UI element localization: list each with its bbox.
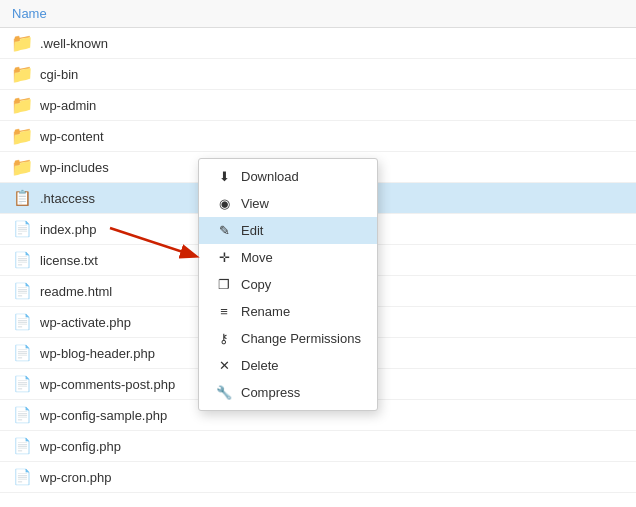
copy-icon: ❐: [215, 277, 233, 292]
table-header: Name: [0, 0, 636, 28]
file-name: wp-content: [40, 129, 104, 144]
menu-label: Compress: [241, 385, 300, 400]
file-name: wp-activate.php: [40, 315, 131, 330]
file-name: wp-config.php: [40, 439, 121, 454]
name-column-header[interactable]: Name: [12, 6, 47, 21]
file-row-wp-content[interactable]: 📁wp-content: [0, 121, 636, 152]
folder-icon: 📁: [12, 64, 32, 84]
file-manager: Name 📁.well-known📁cgi-bin📁wp-admin📁wp-co…: [0, 0, 636, 507]
file-name: wp-blog-header.php: [40, 346, 155, 361]
menu-label: View: [241, 196, 269, 211]
menu-item-edit[interactable]: ✎Edit: [199, 217, 377, 244]
file-icon: 📄: [12, 467, 32, 487]
menu-item-copy[interactable]: ❐Copy: [199, 271, 377, 298]
file-icon: 📄: [12, 219, 32, 239]
file-row-wp-config[interactable]: 📄wp-config.php: [0, 431, 636, 462]
file-name: wp-includes: [40, 160, 109, 175]
delete-icon: ✕: [215, 358, 233, 373]
menu-item-change-permissions[interactable]: ⚷Change Permissions: [199, 325, 377, 352]
file-icon: 📄: [12, 374, 32, 394]
menu-label: Edit: [241, 223, 263, 238]
file-icon: 📄: [12, 436, 32, 456]
download-icon: ⬇: [215, 169, 233, 184]
compress-icon: 🔧: [215, 385, 233, 400]
file-name: wp-admin: [40, 98, 96, 113]
file-name: cgi-bin: [40, 67, 78, 82]
menu-item-download[interactable]: ⬇Download: [199, 163, 377, 190]
menu-label: Delete: [241, 358, 279, 373]
menu-label: Change Permissions: [241, 331, 361, 346]
folder-icon: 📁: [12, 33, 32, 53]
file-name: .htaccess: [40, 191, 95, 206]
file-name: readme.html: [40, 284, 112, 299]
file-name: index.php: [40, 222, 96, 237]
file-icon: 📋: [12, 188, 32, 208]
file-icon: 📄: [12, 281, 32, 301]
edit-icon: ✎: [215, 223, 233, 238]
menu-label: Rename: [241, 304, 290, 319]
file-name: .well-known: [40, 36, 108, 51]
file-icon: 📄: [12, 250, 32, 270]
file-row-wp-admin[interactable]: 📁wp-admin: [0, 90, 636, 121]
file-name: license.txt: [40, 253, 98, 268]
file-icon: 📄: [12, 405, 32, 425]
file-row-cgi-bin[interactable]: 📁cgi-bin: [0, 59, 636, 90]
change-permissions-icon: ⚷: [215, 331, 233, 346]
file-row-wp-cron[interactable]: 📄wp-cron.php: [0, 462, 636, 493]
file-name: wp-cron.php: [40, 470, 112, 485]
file-name: wp-comments-post.php: [40, 377, 175, 392]
menu-label: Copy: [241, 277, 271, 292]
move-icon: ✛: [215, 250, 233, 265]
menu-item-view[interactable]: ◉View: [199, 190, 377, 217]
menu-label: Download: [241, 169, 299, 184]
file-row-well-known[interactable]: 📁.well-known: [0, 28, 636, 59]
file-name: wp-config-sample.php: [40, 408, 167, 423]
file-icon: 📄: [12, 343, 32, 363]
context-menu: ⬇Download◉View✎Edit✛Move❐Copy≡Rename⚷Cha…: [198, 158, 378, 411]
menu-item-delete[interactable]: ✕Delete: [199, 352, 377, 379]
menu-item-rename[interactable]: ≡Rename: [199, 298, 377, 325]
file-icon: 📄: [12, 312, 32, 332]
menu-label: Move: [241, 250, 273, 265]
rename-icon: ≡: [215, 304, 233, 319]
view-icon: ◉: [215, 196, 233, 211]
folder-icon: 📁: [12, 157, 32, 177]
menu-item-move[interactable]: ✛Move: [199, 244, 377, 271]
folder-icon: 📁: [12, 95, 32, 115]
folder-icon: 📁: [12, 126, 32, 146]
menu-item-compress[interactable]: 🔧Compress: [199, 379, 377, 406]
